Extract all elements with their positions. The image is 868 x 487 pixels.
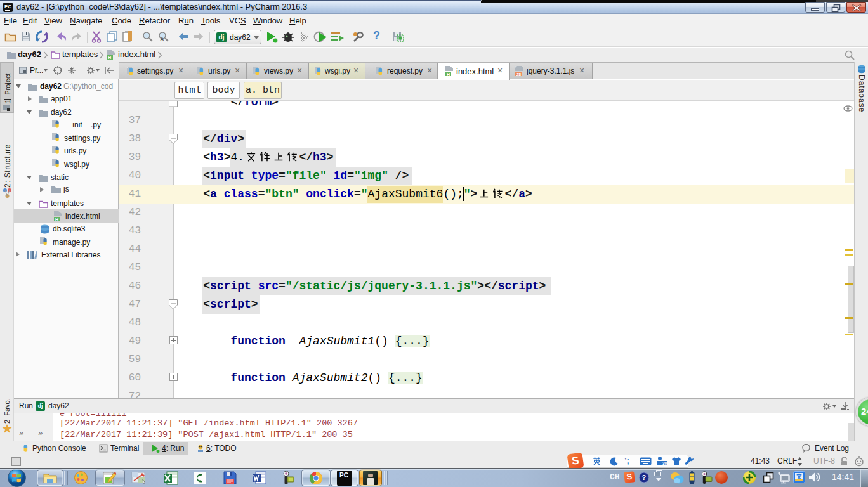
svg-text:30: 30 [662, 461, 667, 465]
svg-text:H: H [109, 55, 112, 60]
svg-text:?: ? [642, 474, 647, 481]
svg-text:H: H [55, 218, 58, 222]
svg-text:A: A [160, 36, 164, 42]
svg-text:JS: JS [516, 72, 522, 77]
svg-text:H: H [447, 72, 450, 77]
